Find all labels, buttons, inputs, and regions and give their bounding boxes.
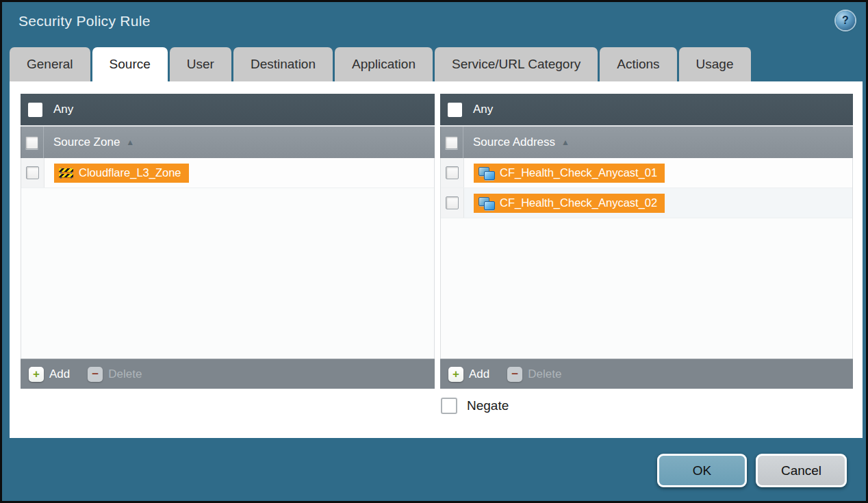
add-button-label: Add: [49, 367, 70, 381]
address-object-label: CF_Health_Check_Anycast_01: [500, 166, 657, 179]
sort-ascending-icon[interactable]: ▲: [126, 138, 134, 147]
tab-strip: General Source User Destination Applicat…: [10, 47, 751, 81]
source-address-selectall-checkbox[interactable]: [445, 136, 458, 149]
source-zone-any-header: Any: [21, 94, 435, 125]
tab-actions-label: Actions: [617, 57, 659, 72]
table-row[interactable]: CF_Health_Check_Anycast_02: [441, 188, 852, 218]
source-address-toolbar: + Add − Delete: [440, 359, 853, 389]
negate-row: Negate: [441, 398, 509, 414]
source-zone-any-checkbox[interactable]: [28, 103, 42, 117]
tab-destination[interactable]: Destination: [233, 47, 333, 81]
source-zone-column-label: Source Zone: [53, 136, 120, 149]
row-checkbox[interactable]: [26, 166, 39, 179]
tab-general-label: General: [27, 57, 73, 72]
source-zone-toolbar: + Add − Delete: [21, 359, 435, 389]
source-zone-list: Cloudflare_L3_Zone: [21, 158, 435, 359]
delete-icon: −: [507, 367, 522, 382]
add-button[interactable]: + Add: [29, 367, 70, 382]
footer-buttons: OK Cancel: [657, 454, 847, 487]
tab-application-label: Application: [352, 57, 416, 72]
add-button-label: Add: [469, 367, 489, 381]
zone-icon: [59, 168, 73, 179]
source-zone-column-header[interactable]: Source Zone ▲: [21, 125, 435, 158]
zone-object-chip[interactable]: Cloudflare_L3_Zone: [54, 164, 189, 183]
row-checkbox[interactable]: [446, 196, 459, 209]
help-icon-glyph: ?: [842, 14, 849, 27]
row-checkbox-cell: [21, 158, 44, 188]
tab-usage-label: Usage: [696, 57, 734, 72]
source-address-any-checkbox[interactable]: [448, 103, 462, 117]
source-address-selectall-cell: [440, 127, 463, 158]
tab-actions[interactable]: Actions: [600, 47, 676, 81]
help-icon[interactable]: ?: [836, 11, 855, 30]
source-zone-panel: Any Source Zone ▲ Cloudflare_L3_Zone: [21, 94, 435, 389]
source-zone-selectall-checkbox[interactable]: [25, 136, 38, 149]
delete-button[interactable]: − Delete: [507, 367, 561, 382]
tab-source[interactable]: Source: [92, 47, 168, 81]
row-checkbox-cell: [441, 158, 464, 188]
tab-source-label: Source: [110, 57, 151, 72]
tab-general[interactable]: General: [10, 47, 90, 81]
dialog-titlebar: Security Policy Rule ?: [2, 2, 866, 44]
negate-checkbox[interactable]: [441, 398, 457, 414]
source-zone-selectall-cell: [21, 127, 44, 158]
address-icon: [478, 167, 494, 179]
address-object-label: CF_Health_Check_Anycast_02: [500, 196, 657, 209]
negate-label: Negate: [467, 398, 509, 413]
tab-service-url-category[interactable]: Service/URL Category: [435, 47, 598, 81]
page-title: Security Policy Rule: [18, 13, 151, 29]
source-zone-any-label: Any: [53, 103, 73, 116]
source-address-column-header[interactable]: Source Address ▲: [440, 125, 853, 158]
delete-button-label: Delete: [108, 367, 142, 381]
tab-destination-label: Destination: [251, 57, 316, 72]
table-row[interactable]: CF_Health_Check_Anycast_01: [441, 158, 852, 188]
address-icon: [478, 197, 494, 209]
delete-icon: −: [88, 367, 103, 382]
tab-service-url-category-label: Service/URL Category: [452, 57, 580, 72]
cancel-button[interactable]: Cancel: [756, 454, 847, 487]
address-object-chip[interactable]: CF_Health_Check_Anycast_01: [474, 164, 665, 183]
row-checkbox[interactable]: [446, 166, 459, 179]
delete-button[interactable]: − Delete: [88, 367, 142, 382]
sort-ascending-icon[interactable]: ▲: [561, 138, 570, 147]
table-row[interactable]: Cloudflare_L3_Zone: [21, 158, 434, 188]
zone-object-label: Cloudflare_L3_Zone: [79, 166, 181, 179]
tab-user-label: User: [187, 57, 214, 72]
tab-application[interactable]: Application: [335, 47, 433, 81]
security-policy-rule-dialog: Security Policy Rule ? General Source Us…: [0, 0, 868, 503]
source-address-list: CF_Health_Check_Anycast_01 CF_Health_Che…: [440, 158, 853, 359]
source-address-panel: Any Source Address ▲ CF_Health_Check_Any…: [440, 94, 853, 389]
ok-button[interactable]: OK: [657, 454, 747, 487]
add-button[interactable]: + Add: [448, 367, 489, 382]
tab-content-source: Any Source Zone ▲ Cloudflare_L3_Zone: [10, 81, 863, 438]
add-icon: +: [448, 367, 463, 382]
source-address-column-label: Source Address: [473, 136, 555, 149]
add-icon: +: [29, 367, 44, 382]
source-address-any-label: Any: [473, 103, 493, 116]
source-address-any-header: Any: [440, 94, 853, 125]
address-object-chip[interactable]: CF_Health_Check_Anycast_02: [474, 194, 665, 213]
tab-usage[interactable]: Usage: [679, 47, 751, 81]
tab-user[interactable]: User: [170, 47, 231, 81]
row-checkbox-cell: [441, 188, 464, 218]
delete-button-label: Delete: [528, 367, 561, 381]
